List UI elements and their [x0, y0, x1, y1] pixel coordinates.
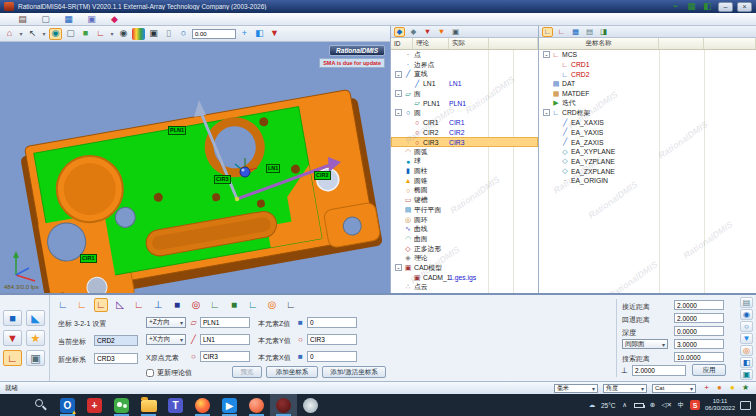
z-direction-select[interactable]: +Z方向▾ [146, 317, 186, 328]
security-shield-icon[interactable]: + [81, 394, 108, 416]
machine-tab-icon[interactable]: ▤ [16, 13, 29, 25]
elem-x-field[interactable] [307, 351, 357, 362]
grid-tab-icon[interactable]: ▦ [570, 27, 581, 37]
cad-compass-icon[interactable] [297, 394, 324, 416]
csys-world-icon[interactable]: ∟ [284, 298, 298, 312]
apply-button[interactable]: 应用 [692, 364, 726, 376]
firefox-icon[interactable] [189, 394, 216, 416]
wechat-icon[interactable] [108, 394, 135, 416]
tree-row[interactable]: ∟CRD1 [539, 60, 756, 70]
csys-frame-icon[interactable]: ∟ [208, 298, 222, 312]
weather-icon[interactable]: ☁ [588, 401, 596, 409]
3d-viewport[interactable]: PLN1 LN1 CIR3 CIR2 CIR1 RationalDMIS SMA… [0, 42, 390, 293]
clearance-plane-select[interactable]: 间隙面▾ [622, 339, 668, 349]
teams-icon[interactable]: T [162, 394, 189, 416]
circle1-label[interactable]: CIR1 [80, 254, 97, 263]
expander-icon[interactable]: - [543, 51, 550, 58]
tree-row[interactable]: -╱直线 [391, 69, 538, 79]
tree-row[interactable]: ∿曲线 [391, 224, 538, 234]
cat-select[interactable]: Cat▾ [652, 384, 696, 393]
outlook-icon[interactable]: O▲ [54, 394, 81, 416]
caret-down-icon[interactable]: ▾ [109, 28, 115, 40]
elem-y-field[interactable] [307, 334, 357, 345]
status-probe-icon[interactable]: + [701, 383, 712, 393]
graphics-tab-icon[interactable]: ◆ [108, 13, 121, 25]
expander-icon[interactable]: - [543, 109, 550, 116]
status-ball-icon[interactable]: ● [714, 383, 725, 393]
tree-row[interactable]: ▦MATDEF [539, 89, 756, 99]
tree-row[interactable]: ◠曲面 [391, 234, 538, 244]
add-csys-button[interactable]: 添加坐标系 [266, 366, 318, 378]
action-center-icon[interactable] [740, 401, 751, 410]
z-feature-field[interactable] [200, 317, 250, 328]
ime-indicator[interactable]: 中 [677, 401, 685, 410]
file-explorer-icon[interactable] [135, 394, 162, 416]
tree-row[interactable]: ╱EA_YAXIS [539, 128, 756, 138]
tree-row[interactable]: ◇EA_YZPLANE [539, 157, 756, 167]
tree-row[interactable]: ╱EA_XAXIS [539, 118, 756, 128]
tree-row[interactable]: ▤平行平面 [391, 205, 538, 215]
probe-group-icon[interactable]: ▼ [268, 28, 281, 40]
box-select-icon[interactable]: ▢ [64, 28, 77, 40]
csys-list-tab-icon[interactable]: ∟ [556, 27, 567, 37]
search-button[interactable] [27, 394, 54, 416]
tree-row[interactable]: ▮圆柱 [391, 166, 538, 176]
probe-star-icon[interactable]: ★ [26, 330, 45, 346]
csys-circle-icon[interactable]: ◎ [189, 298, 203, 312]
csys-offset-icon[interactable]: ∟ [246, 298, 260, 312]
strip-search-icon[interactable]: ○ [740, 321, 753, 332]
axis-display-icon[interactable]: ∟ [94, 28, 107, 40]
csys-translate-icon[interactable]: ∟ [56, 298, 70, 312]
strip-touch-icon[interactable]: ▼ [740, 333, 753, 344]
tree-row[interactable]: ▤DAT [539, 79, 756, 89]
taskbar-clock[interactable]: 10:11 06/30/2022 [705, 398, 735, 412]
csys-tool-icon[interactable]: ∟ [3, 350, 22, 366]
tree-row[interactable]: ▱PLN1PLN1 [391, 98, 538, 108]
new-csys-field[interactable] [94, 353, 138, 364]
orange-ball-app-icon[interactable] [243, 394, 270, 416]
close-button[interactable]: × [737, 2, 752, 12]
tree-row[interactable]: ∟CRD2 [539, 69, 756, 79]
tree-row[interactable]: ╱EA_ZAXIS [539, 137, 756, 147]
tree-row[interactable]: ○CIR1CIR1 [391, 118, 538, 128]
sogou-ime-icon[interactable]: S [690, 400, 700, 410]
caret-down-icon[interactable]: ▾ [18, 28, 24, 40]
status-clock-icon[interactable]: ● [727, 383, 738, 393]
zoom-scale-input[interactable] [192, 29, 236, 39]
recycle-icon[interactable]: ▯ [162, 28, 175, 40]
approach-dist-field[interactable] [674, 300, 724, 310]
tray-expand-icon[interactable]: ∧ [621, 401, 629, 409]
paper-plane-app-icon[interactable]: ▶ [216, 394, 243, 416]
filter-orange-tab-icon[interactable]: ▼ [436, 27, 447, 37]
tree-row[interactable]: -∟CRD框架 [539, 108, 756, 118]
tree-row[interactable]: ▶迭代 [539, 98, 756, 108]
tree-row[interactable]: ○CIR3CIR3 [391, 137, 538, 147]
tray-temperature[interactable]: 25°C [601, 402, 616, 409]
select-arrow-icon[interactable]: ↖ [26, 28, 39, 40]
view-cube-icon[interactable]: ◧ [253, 28, 266, 40]
tree-row[interactable]: ·点 [391, 50, 538, 60]
tree-row[interactable]: ◎圆环 [391, 215, 538, 225]
units-select[interactable]: 毫米▾ [554, 384, 598, 393]
table-tab-icon[interactable]: ▦ [62, 13, 75, 25]
tree-row[interactable]: -○圆 [391, 108, 538, 118]
update-theoretical-checkbox[interactable]: 更新理论值 [146, 368, 192, 378]
tree-row[interactable]: ○CIR2CIR2 [391, 128, 538, 138]
volume-muted-icon[interactable]: ◁✕ [662, 401, 672, 409]
tree-row[interactable]: ╱LN1LN1 [391, 79, 538, 89]
network-icon[interactable]: ⊕ [649, 401, 657, 409]
expander-icon[interactable]: - [395, 264, 402, 271]
move-cross-icon[interactable]: + [238, 28, 251, 40]
preview-button[interactable]: 预览 [232, 366, 262, 378]
program-tab-icon[interactable]: ▢ [39, 13, 52, 25]
strip-move-icon[interactable]: ◧ [740, 357, 753, 368]
x-feature-field[interactable] [200, 334, 250, 345]
expander-icon[interactable]: - [395, 90, 402, 97]
probe-angle-icon[interactable]: ▼ [3, 330, 22, 346]
tree-row[interactable]: ◈理论 [391, 253, 538, 263]
tree-row[interactable]: -▣CAD模型 [391, 263, 538, 273]
tree-row[interactable]: ∴点云 [391, 283, 538, 293]
strip-settings-icon[interactable]: ◎ [740, 345, 753, 356]
tree-row[interactable]: ◇EA_XYPLANE [539, 147, 756, 157]
machine-home-icon[interactable]: ◧ [701, 1, 714, 13]
